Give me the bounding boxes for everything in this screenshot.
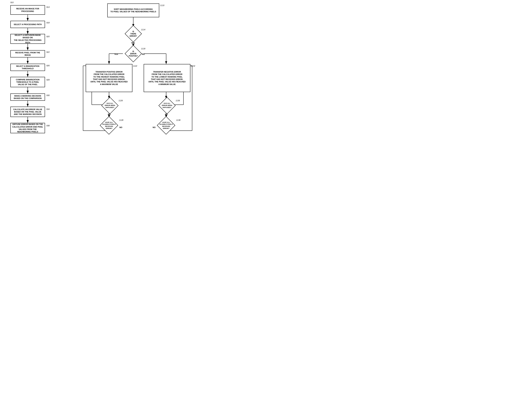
label-ref-1132: 1132 [191, 65, 195, 67]
label-ref-934: 934 [46, 108, 50, 110]
label-ref-938: 938 [46, 125, 50, 127]
label-ref-1118: 1118 [141, 48, 145, 50]
label-ref-1126: 1126 [119, 100, 123, 101]
label-ref-914: 914 [46, 6, 50, 8]
box-920: SELECT A DIFFUSION MASK BASED ONTHE SELE… [10, 34, 45, 44]
diamond-1128: HAVE ALLELIGIBLE PIXELS RECEIVEDERROR? [100, 118, 119, 133]
diamond-1138: HAVE ALLELIGIBLE PIXELS RECEIVEDERROR? [157, 118, 176, 133]
diamond-1114: ISTHERE ERROR? [126, 27, 140, 41]
no-label-1136: NO [165, 113, 168, 115]
label-ref-928: 928 [46, 79, 50, 81]
label-ref-930: 930 [46, 94, 50, 96]
label-ref-926: 926 [46, 65, 50, 67]
box-1122: TRANSFER POSITIVE ERRORFROM THE CALCULAT… [86, 64, 132, 92]
box-938: DIFFUSE ERROR BASED ON THE CALCULATED ER… [10, 123, 45, 133]
box-928: COMPARE BINARIZATION THRESHOLD TO A PIXE… [10, 77, 45, 87]
label-910: 910 [10, 1, 13, 3]
box-922: RECEIVE PIXEL FROM THE IMAGE [10, 50, 45, 58]
box-1110: SORT NEIGHBORING PIXELS ACCORDINGTO PIXE… [107, 3, 159, 17]
label-ref-922: 922 [46, 51, 50, 53]
diamond-1118: ISERROR POSITIVE? [126, 47, 140, 60]
no-label-1118: NO [142, 53, 145, 55]
box-930: MAKE A MARKING DECISION BASED ON THE COM… [10, 93, 45, 101]
label-ref-1136: 1136 [176, 100, 180, 101]
label-ref-918: 918 [46, 22, 50, 24]
box-918: SELECT A PROCESSING PATH [10, 21, 45, 28]
flowchart-diagram: 910 RECEIVE AN IMAGE FOR PROCESSING 914 … [0, 0, 208, 166]
no-label-1128: NO [120, 126, 122, 128]
box-926: SELECT A BINARIZATION THRESHOLD [10, 64, 45, 71]
no-label-1126: NO [108, 113, 111, 115]
box-934: CALCULATE AN ERROR VALUE BASED ON THE PI… [10, 107, 45, 117]
label-ref-1110: 1110 [160, 4, 164, 6]
diamond-1136: HAS ALLERROR BEEN DIFFUSED? [159, 99, 175, 112]
no-label-1138: NO [153, 126, 156, 128]
label-ref-1114: 1114 [141, 29, 145, 31]
yes-label-1118: YES [114, 53, 118, 55]
diamond-1126: HAS ALLERROR BEEN DIFFUSED? [102, 99, 118, 112]
label-ref-1122: 1122 [133, 65, 137, 67]
yes-label-1114: YES [131, 42, 135, 44]
box-1132: TRANSFER NEGATIVE ERRORFROM THE CALCULAT… [144, 64, 190, 92]
label-ref-920: 920 [46, 35, 50, 38]
label-ref-1138: 1138 [176, 119, 180, 121]
box-914: RECEIVE AN IMAGE FOR PROCESSING [10, 5, 45, 15]
label-ref-1128: 1128 [119, 119, 123, 121]
